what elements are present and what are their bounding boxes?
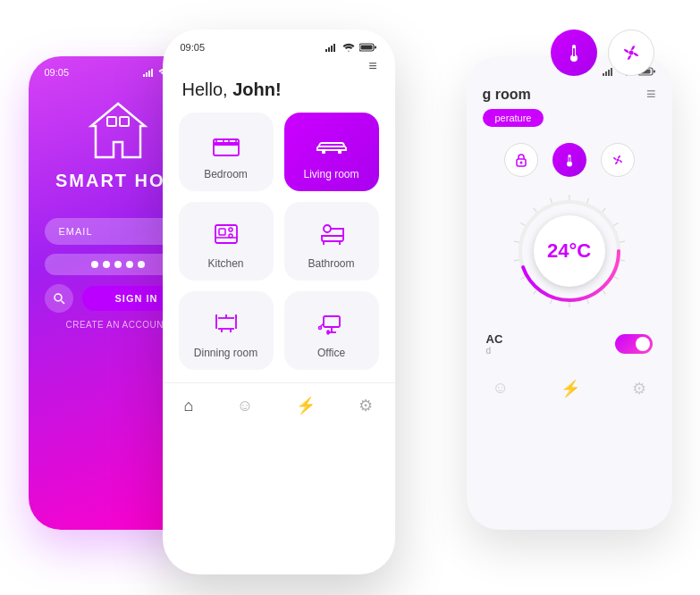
svg-rect-7: [151, 69, 153, 77]
svg-point-64: [616, 159, 619, 162]
room-card-dinning[interactable]: Dinning room: [179, 291, 274, 370]
svg-point-14: [55, 294, 62, 301]
right-controls-row: [467, 143, 672, 177]
svg-rect-25: [216, 139, 223, 144]
svg-point-60: [519, 162, 522, 164]
ac-toggle[interactable]: [615, 334, 653, 354]
svg-point-3: [628, 51, 633, 55]
room-card-kitchen[interactable]: Kitchen: [179, 202, 274, 281]
thermometer-icon-circle[interactable]: [552, 143, 586, 177]
greeting-text: Hello, John!: [163, 74, 395, 113]
room-card-living[interactable]: Living room: [284, 113, 379, 191]
right-room-title: g room: [483, 87, 531, 103]
mid-status-bar: 09:05: [163, 29, 395, 58]
right-nav-lightning[interactable]: ⚡: [561, 379, 580, 398]
nav-settings-icon[interactable]: ⚙: [358, 396, 373, 415]
ac-label: AC: [486, 332, 503, 346]
fan-icon-circle[interactable]: [601, 143, 635, 177]
svg-rect-5: [146, 72, 148, 77]
svg-rect-30: [219, 229, 225, 235]
svg-rect-22: [375, 46, 376, 49]
thermostat-dial[interactable]: 24°C: [467, 184, 672, 318]
room-card-bedroom[interactable]: Bedroom: [179, 113, 274, 191]
right-header: g room ≡: [467, 80, 672, 109]
temperature-display: 24°C: [547, 239, 591, 263]
bedroom-label: Bedroom: [204, 168, 248, 180]
ac-status: d: [486, 346, 503, 356]
ac-info: AC d: [486, 332, 503, 356]
svg-rect-6: [148, 71, 150, 77]
svg-rect-26: [229, 139, 236, 144]
svg-point-34: [324, 225, 331, 232]
right-nav-bar: ☺ ⚡ ⚙: [467, 370, 672, 407]
svg-rect-18: [331, 46, 333, 52]
search-icon[interactable]: [45, 284, 73, 313]
room-card-office[interactable]: Office: [284, 291, 379, 370]
svg-rect-12: [120, 117, 129, 126]
svg-point-31: [229, 228, 232, 231]
svg-rect-19: [333, 44, 335, 52]
mid-time: 09:05: [181, 42, 206, 53]
svg-rect-11: [107, 117, 116, 126]
mid-phone: 09:05 ≡ Hello, John! Bedroom: [163, 29, 395, 574]
screens-container: 09:05 SMART HON EMAIL: [29, 21, 672, 574]
svg-rect-17: [328, 47, 330, 52]
living-room-label: Living room: [303, 168, 358, 180]
svg-point-62: [567, 162, 572, 167]
menu-icon[interactable]: ≡: [163, 58, 395, 74]
email-label: EMAIL: [59, 226, 93, 237]
fan-float-icon: [608, 29, 654, 76]
temp-badge: perature: [467, 109, 672, 136]
mid-nav-bar: ⌂ ☺ ⚡ ⚙: [163, 382, 395, 428]
svg-rect-28: [338, 150, 342, 154]
svg-rect-4: [143, 74, 145, 77]
room-card-bathroom[interactable]: Bathroom: [284, 202, 379, 281]
lock-icon-circle[interactable]: [504, 143, 538, 177]
dinning-room-label: Dinning room: [194, 347, 257, 359]
bathroom-label: Bathroom: [308, 257, 354, 270]
right-menu-icon[interactable]: ≡: [646, 85, 656, 104]
rooms-grid: Bedroom Living room: [163, 113, 395, 370]
right-phone: g room ≡ perature: [467, 56, 672, 530]
svg-rect-16: [325, 49, 327, 52]
svg-rect-46: [324, 316, 340, 327]
svg-rect-27: [322, 150, 325, 154]
svg-line-15: [61, 301, 64, 305]
nav-home-icon[interactable]: ⌂: [184, 397, 194, 415]
svg-rect-21: [360, 46, 372, 50]
ac-row: AC d: [467, 325, 672, 363]
float-icons: [551, 29, 654, 76]
toggle-knob: [636, 337, 650, 351]
right-nav-profile[interactable]: ☺: [492, 379, 508, 398]
thermometer-float-icon: [551, 29, 597, 76]
svg-point-51: [318, 327, 321, 330]
nav-lightning-icon[interactable]: ⚡: [296, 396, 316, 415]
left-time: 09:05: [45, 67, 70, 78]
office-label: Office: [317, 347, 345, 359]
right-nav-settings[interactable]: ⚙: [632, 379, 646, 398]
kitchen-label: Kitchen: [207, 257, 243, 270]
nav-profile-icon[interactable]: ☺: [237, 397, 253, 415]
